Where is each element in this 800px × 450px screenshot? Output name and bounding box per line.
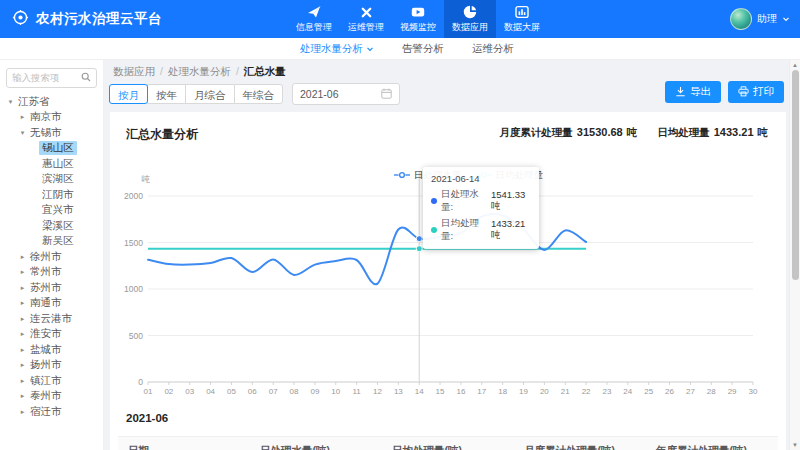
svg-text:08: 08 [290,387,299,396]
filter-row: 按月按年月综合年综合 2021-06 [109,83,400,105]
tree-node[interactable]: ▸镇江市 [0,373,103,389]
svg-text:05: 05 [227,387,236,396]
tree-node-label: 常州市 [27,265,65,279]
print-label: 打印 [753,85,774,99]
tree-node[interactable]: ▸徐州市 [0,249,103,265]
print-button[interactable]: 打印 [728,81,784,103]
topnav-item-bars[interactable]: 数据大屏 [496,0,548,38]
tree-node[interactable]: ▸南京市 [0,110,103,126]
tree-node[interactable]: 梁溪区 [0,218,103,234]
tree-node[interactable]: 滨湖区 [0,172,103,188]
caret-expanded-icon: ▾ [6,98,15,106]
top-bar: 农村污水治理云平台 信息管理运维管理视频监控数据应用数据大屏 助理 [0,0,800,38]
export-button[interactable]: 导出 [665,81,721,103]
tree-node-label: 淮安市 [27,327,65,341]
topnav-item-tools[interactable]: 运维管理 [340,0,392,38]
tree-node-label: 盐城市 [27,343,65,357]
tree-node[interactable]: 惠山区 [0,156,103,172]
subnav-item[interactable]: 处理水量分析 [300,42,374,56]
scroll-up-arrow[interactable]: ▲ [790,62,800,68]
svg-text:24: 24 [623,387,632,396]
svg-text:23: 23 [603,387,612,396]
calendar-icon [381,88,392,101]
region-tree: ▾江苏省▸南京市▾无锡市锡山区惠山区滨湖区江阴市宜兴市梁溪区新吴区▸徐州市▸常州… [0,94,103,420]
tree-node[interactable]: ▸泰州市 [0,389,103,405]
tooltip-row-label: 日处理水量: [441,188,487,214]
table-column-header: 日期 [118,437,250,450]
period-button[interactable]: 按年 [147,84,186,104]
vertical-scrollbar[interactable]: ▲ ▼ [789,60,800,450]
user-menu[interactable]: 助理 [730,0,790,38]
tree-node[interactable]: 宜兴市 [0,203,103,219]
svg-text:02: 02 [164,387,173,396]
tree-node[interactable]: 江阴市 [0,187,103,203]
tree-node[interactable]: ▸淮安市 [0,327,103,343]
tooltip-date: 2021-06-14 [431,173,531,184]
period-button[interactable]: 按月 [109,84,148,104]
chevron-down-icon [366,43,374,55]
app-logo: 农村污水治理云平台 [12,0,162,38]
chart-card-header: 汇总水量分析 月度累计处理量 31530.68 吨 日均处理量 1433.21 … [110,126,786,143]
tooltip-row: 日处理水量:1541.33吨 [431,188,531,214]
tree-node[interactable]: ▸苏州市 [0,280,103,296]
tree-node[interactable]: ▾江苏省 [0,94,103,110]
subnav-item[interactable]: 告警分析 [402,42,444,56]
period-button[interactable]: 年综合 [234,84,284,104]
period-button[interactable]: 月综合 [185,84,235,104]
tree-node[interactable]: 新吴区 [0,234,103,250]
tree-node[interactable]: ▸连云港市 [0,311,103,327]
monthly-total-unit: 吨 [627,126,638,140]
svg-text:03: 03 [185,387,194,396]
svg-text:16: 16 [456,387,465,396]
subnav-item[interactable]: 运维分析 [472,42,514,56]
tree-node-label: 连云港市 [27,312,75,326]
table-column-header: 年度累计处理量(吨) [646,437,778,450]
month-picker[interactable]: 2021-06 [292,83,400,105]
svg-text:11: 11 [352,387,361,396]
svg-text:09: 09 [310,387,319,396]
svg-text:06: 06 [248,387,257,396]
subnav-item-label: 告警分析 [402,42,444,56]
caret-collapsed-icon: ▸ [18,299,27,307]
tree-node[interactable]: ▸南通市 [0,296,103,312]
tree-node[interactable]: ▸扬州市 [0,358,103,374]
tree-node-label: 泰州市 [27,389,65,403]
tooltip-row: 日均处理量:1433.21吨 [431,217,531,243]
video-icon [411,5,425,20]
tree-node-label: 扬州市 [27,358,65,372]
tree-node-label: 宜兴市 [39,203,77,217]
tree-node-label: 南京市 [27,110,65,124]
caret-collapsed-icon: ▸ [18,377,27,385]
topnav-item-video[interactable]: 视频监控 [392,0,444,38]
data-table-header: 日期日处理水量(吨)日均处理量(吨)月度累计处理量(吨)年度累计处理量(吨) [118,436,778,450]
send-icon [307,5,321,20]
region-search-input[interactable]: 输入搜索项 [6,68,97,88]
download-icon [675,86,686,99]
monthly-total-label: 月度累计处理量 [499,126,573,140]
tree-node-label: 无锡市 [27,126,65,140]
caret-collapsed-icon: ▸ [18,346,27,354]
tree-node[interactable]: ▾无锡市 [0,125,103,141]
breadcrumb-item[interactable]: 处理水量分析 [168,65,231,79]
svg-text:07: 07 [269,387,278,396]
tree-node[interactable]: 锡山区 [0,141,103,157]
svg-text:18: 18 [498,387,507,396]
avatar[interactable] [730,8,752,30]
scroll-down-arrow[interactable]: ▼ [790,442,800,448]
tree-node[interactable]: ▸宿迁市 [0,404,103,420]
pie-icon [463,5,477,20]
main-content: 数据应用/处理水量分析/汇总水量 按月按年月综合年综合 2021-06 导出 打… [104,60,800,450]
svg-text:2000: 2000 [124,191,143,201]
chevron-down-icon [782,14,790,25]
chart-title: 汇总水量分析 [126,126,198,143]
toolbar-actions: 导出 打印 [665,81,784,103]
topnav-item-label: 数据大屏 [504,21,540,34]
topnav-item-pie[interactable]: 数据应用 [444,0,496,38]
tree-node[interactable]: ▸盐城市 [0,342,103,358]
series-dot-icon [431,198,437,204]
caret-expanded-icon: ▾ [18,129,27,137]
breadcrumb-item[interactable]: 数据应用 [113,65,155,79]
topnav-item-send[interactable]: 信息管理 [288,0,340,38]
tree-node[interactable]: ▸常州市 [0,265,103,281]
scrollbar-thumb[interactable] [792,70,799,280]
